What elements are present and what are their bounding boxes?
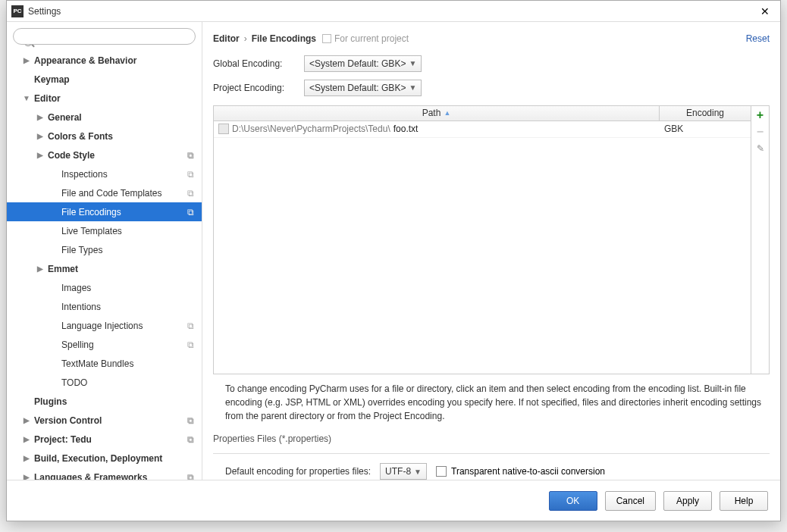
project-badge-icon: ⧉ — [187, 415, 194, 426]
encoding-table: Path ▲ Encoding D:\Users\Never\PycharmPr… — [214, 106, 751, 374]
tree-item-general[interactable]: ▶General — [7, 108, 202, 127]
cell-path-file: foo.txt — [394, 124, 419, 134]
table-toolbar: + − ✎ — [751, 106, 769, 374]
tree-item-label: File and Code Templates — [61, 188, 162, 199]
cell-path-dir: D:\Users\Never\PycharmProjects\Tedu\ — [232, 124, 390, 134]
cancel-button-label: Cancel — [616, 496, 644, 506]
tree-item-label: Plugins — [34, 396, 67, 407]
search-wrap — [7, 22, 202, 51]
cell-encoding[interactable]: GBK — [660, 124, 751, 134]
tree-item-plugins[interactable]: Plugins — [7, 392, 202, 411]
help-button-label: Help — [735, 496, 754, 506]
add-row-button[interactable]: + — [754, 109, 767, 121]
column-header-encoding-label: Encoding — [686, 108, 724, 118]
project-badge-icon: ⧉ — [187, 207, 194, 217]
tree-arrow-icon: ▶ — [36, 132, 45, 140]
window-close-button[interactable]: ✕ — [754, 1, 776, 22]
global-encoding-dropdown[interactable]: <System Default: GBK> ▼ — [304, 55, 422, 72]
project-encoding-dropdown[interactable]: <System Default: GBK> ▼ — [304, 80, 422, 96]
project-encoding-value: <System Default: GBK> — [309, 83, 406, 93]
default-properties-encoding-label: Default encoding for properties files: — [225, 466, 371, 477]
default-properties-encoding-dropdown[interactable]: UTF-8 ▼ — [380, 463, 427, 480]
tree-arrow-icon: ▶ — [36, 151, 45, 159]
dialog-body: ▶Appearance & BehaviorKeymap▼Editor▶Gene… — [7, 22, 780, 480]
column-header-encoding[interactable]: Encoding — [660, 106, 751, 120]
project-badge-icon: ⧉ — [187, 188, 194, 199]
properties-section-title: Properties Files (*.properties) — [213, 433, 770, 446]
settings-tree[interactable]: ▶Appearance & BehaviorKeymap▼Editor▶Gene… — [7, 51, 202, 480]
tree-item-label: Intentions — [61, 302, 101, 312]
app-icon: PC — [11, 5, 24, 17]
tree-item-project-tedu[interactable]: ▶Project: Tedu⧉ — [7, 430, 202, 449]
search-input[interactable] — [13, 28, 196, 45]
ok-button[interactable]: OK — [549, 491, 597, 511]
tree-item-label: Build, Execution, Deployment — [34, 453, 162, 464]
tree-item-label: Version Control — [34, 415, 102, 426]
properties-section: Properties Files (*.properties) Default … — [213, 433, 770, 480]
remove-row-button[interactable]: − — [754, 126, 767, 138]
cancel-button[interactable]: Cancel — [605, 491, 656, 511]
tree-item-label: Inspections — [61, 169, 108, 180]
tree-item-inspections[interactable]: Inspections⧉ — [7, 164, 202, 183]
global-encoding-value: <System Default: GBK> — [309, 58, 406, 69]
tree-item-label: Spelling — [61, 340, 94, 350]
tree-item-intentions[interactable]: Intentions — [7, 297, 202, 316]
tree-item-keymap[interactable]: Keymap — [7, 70, 202, 89]
tree-item-editor[interactable]: ▼Editor — [7, 89, 202, 108]
reset-link[interactable]: Reset — [746, 33, 770, 44]
tree-item-language-injections[interactable]: Language Injections⧉ — [7, 316, 202, 335]
tree-item-label: Language Injections — [61, 321, 143, 331]
edit-row-button[interactable]: ✎ — [754, 142, 767, 155]
tree-item-emmet[interactable]: ▶Emmet — [7, 259, 202, 278]
settings-dialog: PC Settings ✕ ▶Appearance & BehaviorKeym… — [6, 0, 781, 521]
project-badge-icon: ⧉ — [187, 340, 194, 350]
apply-button[interactable]: Apply — [663, 491, 712, 511]
table-row[interactable]: D:\Users\Never\PycharmProjects\Tedu\foo.… — [214, 121, 751, 138]
tree-item-code-style[interactable]: ▶Code Style⧉ — [7, 146, 202, 164]
tree-arrow-icon: ▼ — [22, 94, 31, 102]
tree-item-textmate-bundles[interactable]: TextMate Bundles — [7, 354, 202, 373]
sort-asc-icon: ▲ — [444, 109, 450, 117]
tree-item-version-control[interactable]: ▶Version Control⧉ — [7, 411, 202, 430]
tree-item-file-types[interactable]: File Types — [7, 240, 202, 259]
tree-arrow-icon: ▶ — [22, 473, 31, 480]
tree-item-label: Appearance & Behavior — [34, 55, 136, 66]
tree-item-file-encodings[interactable]: File Encodings⧉ — [7, 202, 202, 221]
tree-item-label: Editor — [34, 93, 61, 104]
tree-item-label: TODO — [61, 377, 87, 388]
transparent-ascii-checkbox[interactable]: Transparent native-to-ascii conversion — [436, 466, 605, 477]
tree-arrow-icon: ▶ — [36, 113, 45, 121]
tree-item-label: Project: Tedu — [34, 434, 92, 445]
cell-path: D:\Users\Never\PycharmProjects\Tedu\foo.… — [214, 124, 660, 134]
content-panel: Editor › File Encodings For current proj… — [202, 22, 780, 480]
tree-item-colors-fonts[interactable]: ▶Colors & Fonts — [7, 127, 202, 146]
project-scope-text: For current project — [334, 33, 409, 44]
project-badge-icon: ⧉ — [187, 472, 194, 480]
divider — [213, 453, 770, 454]
project-scope-icon — [322, 34, 331, 43]
breadcrumb: Editor › File Encodings For current proj… — [213, 30, 770, 48]
tree-item-label: Emmet — [48, 264, 78, 274]
tree-item-images[interactable]: Images — [7, 278, 202, 297]
tree-arrow-icon: ▶ — [22, 416, 31, 424]
tree-arrow-icon: ▶ — [22, 56, 31, 64]
chevron-down-icon: ▼ — [414, 468, 422, 476]
tree-item-spelling[interactable]: Spelling⧉ — [7, 335, 202, 354]
checkbox-icon — [436, 466, 447, 477]
tree-item-languages-frameworks[interactable]: ▶Languages & Frameworks⧉ — [7, 468, 202, 480]
tree-item-label: Keymap — [34, 74, 70, 85]
tree-item-appearance-behavior[interactable]: ▶Appearance & Behavior — [7, 51, 202, 70]
tree-item-label: Code Style — [48, 150, 95, 161]
tree-item-file-and-code-templates[interactable]: File and Code Templates⧉ — [7, 183, 202, 202]
tree-item-live-templates[interactable]: Live Templates — [7, 221, 202, 240]
tree-item-build-execution-deployment[interactable]: ▶Build, Execution, Deployment — [7, 449, 202, 468]
tree-item-label: Colors & Fonts — [48, 131, 113, 142]
column-header-path[interactable]: Path ▲ — [214, 106, 660, 120]
project-badge-icon: ⧉ — [187, 169, 194, 180]
help-button[interactable]: Help — [720, 491, 768, 511]
transparent-ascii-label: Transparent native-to-ascii conversion — [451, 466, 605, 477]
tree-item-label: File Encodings — [61, 207, 121, 217]
tree-item-todo[interactable]: TODO — [7, 373, 202, 392]
ok-button-label: OK — [566, 496, 579, 506]
file-icon — [218, 124, 229, 134]
